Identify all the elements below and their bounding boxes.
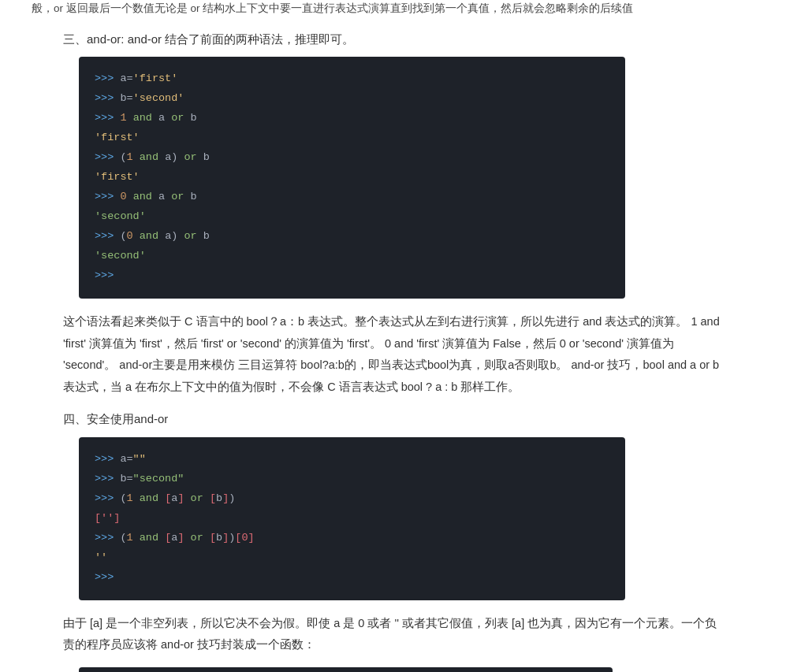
code-result: [''] <box>95 512 120 524</box>
prompt: >>> <box>95 92 120 104</box>
code-keyword-or: or <box>171 112 184 124</box>
prompt: >>> <box>95 72 120 84</box>
code-block-1: >>> a='first' >>> b='second' >>> 1 and a… <box>79 57 625 299</box>
code-result2: 'second' <box>95 210 146 222</box>
prompt: >>> <box>95 532 120 544</box>
prompt: >>> <box>95 269 114 281</box>
code-result: 'first' <box>95 171 140 183</box>
code-var: a='first' <box>120 72 177 84</box>
code-result: 'first' <box>95 132 140 143</box>
section3-title: 三、and-or: and-or 结合了前面的两种语法，推理即可。 <box>63 29 754 50</box>
prompt: >>> <box>95 112 120 124</box>
prompt: >>> <box>95 473 120 485</box>
code-result2: '' <box>95 551 107 563</box>
section4-title: 四、安全使用and-or <box>63 409 754 429</box>
code-number: 1 <box>120 112 126 124</box>
code-keyword-and: and <box>133 112 152 124</box>
prompt: >>> <box>95 492 120 504</box>
prompt: >>> <box>95 151 120 163</box>
paragraph-2: 由于 [a] 是一个非空列表，所以它决不会为假。即使 a 是 0 或者 '' 或… <box>63 613 723 656</box>
code-var: b='second' <box>120 92 184 104</box>
prompt: >>> <box>95 191 120 202</box>
prompt: >>> <box>95 230 120 242</box>
code-block-3: def choose(bool,a,b): return (bool and [… <box>79 667 613 672</box>
prompt: >>> <box>95 453 120 465</box>
code-block-2: >>> a="" >>> b="second" >>> (1 and [a] o… <box>79 437 625 600</box>
top-text: 般，or 返回最后一个数值无论是 or 结构水上下文中要一直进行表达式演算直到找… <box>32 0 754 18</box>
paragraph-1: 这个语法看起来类似于 C 语言中的 bool？a：b 表达式。整个表达式从左到右… <box>63 311 723 398</box>
prompt: >>> <box>95 571 114 583</box>
code-result2: 'second' <box>95 250 146 262</box>
